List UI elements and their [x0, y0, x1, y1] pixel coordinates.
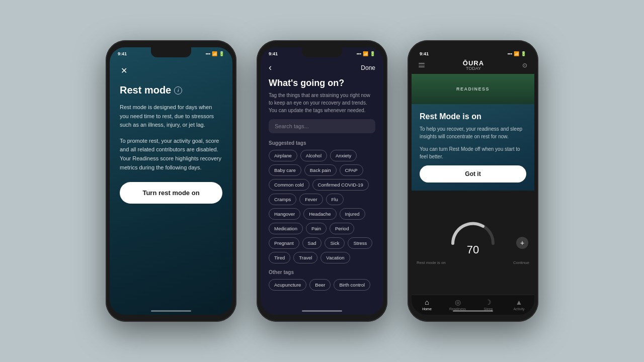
nav-item-sleep[interactable]: ☽Sleep	[473, 298, 504, 311]
tags-title: What's going on?	[261, 78, 383, 92]
phone-3-screen: 9:41 ▪▪▪ 📶 🔋 ŌURA TODAY ⊙ READINESS	[412, 47, 534, 315]
rest-mode-desc2: To promote rest, your activity goal, sco…	[120, 137, 222, 172]
time-2: 9:41	[269, 51, 278, 56]
tag-chip[interactable]: Acupuncture	[269, 279, 306, 291]
battery-icon-2: 🔋	[370, 51, 375, 56]
tag-chip[interactable]: Airplane	[269, 150, 297, 161]
turn-rest-mode-on-button[interactable]: Turn rest mode on	[120, 182, 222, 204]
rest-mode-title: Rest mode i	[120, 84, 222, 96]
other-tags-title: Other tags	[269, 269, 375, 275]
tag-chip[interactable]: Stress	[348, 237, 372, 249]
back-button[interactable]: ‹	[269, 62, 272, 73]
phone-1: 9:41 ▪▪▪ 📶 🔋 ✕ Rest mode i Rest mode is …	[106, 40, 236, 322]
today-label: TODAY	[463, 66, 484, 71]
tag-chip[interactable]: Sick	[325, 237, 345, 249]
tag-chip[interactable]: Flu	[326, 194, 344, 205]
score-area: 70 + Rest mode is on Continue	[412, 191, 534, 295]
settings-icon[interactable]: ⊙	[522, 62, 527, 69]
status-icons-2: ▪▪▪ 📶 🔋	[356, 51, 375, 56]
nav-item-activity[interactable]: ▲Activity	[504, 298, 534, 311]
tag-chip[interactable]: Anxiety	[330, 150, 357, 161]
tag-chip[interactable]: Headache	[303, 208, 336, 220]
nav-item-readiness[interactable]: ◎Readiness	[442, 298, 473, 311]
phone1-content: Rest mode i Rest mode is designed for da…	[110, 80, 232, 315]
tag-chip[interactable]: Tired	[269, 252, 290, 263]
phone-notch-3	[453, 47, 493, 57]
suggested-tags-grid: AirplaneAlcoholAnxietyBaby careBack pain…	[269, 150, 375, 263]
status-icons-1: ▪▪▪ 📶 🔋	[205, 51, 224, 56]
rest-mode-card: Rest Mode is on To help you recover, you…	[412, 104, 534, 191]
nav-label-home: Home	[422, 307, 432, 311]
signal-icon-3: ▪▪▪	[507, 51, 512, 56]
phone-notch-2	[302, 47, 342, 57]
tag-chip[interactable]: Pain	[306, 223, 327, 234]
readiness-label: READINESS	[456, 86, 490, 92]
tags-desc: Tag the things that are straining you ri…	[261, 92, 383, 119]
nav-item-home[interactable]: ⌂Home	[412, 298, 442, 311]
phone-2-screen: 9:41 ▪▪▪ 📶 🔋 ‹ Done What's going on? Tag…	[261, 47, 383, 315]
readiness-score: 70	[467, 243, 479, 256]
other-tags-grid: AcupunctureBeerBirth control	[269, 279, 375, 291]
close-button[interactable]: ✕	[118, 64, 130, 76]
tag-chip[interactable]: Period	[330, 223, 354, 234]
tag-chip[interactable]: Confirmed COVID-19	[312, 179, 369, 191]
tag-chip[interactable]: Sad	[302, 237, 322, 249]
info-icon[interactable]: i	[174, 86, 182, 95]
time-1: 9:41	[118, 51, 127, 56]
wifi-icon: 📶	[212, 51, 217, 56]
tags-scroll-area[interactable]: Suggested tags AirplaneAlcoholAnxietyBab…	[261, 138, 383, 315]
tag-chip[interactable]: Baby care	[269, 164, 301, 176]
tag-chip[interactable]: Vacation	[320, 252, 350, 263]
phone2-header: ‹ Done	[261, 58, 383, 78]
nav-icon-home: ⌂	[425, 298, 429, 306]
tag-chip[interactable]: Travel	[293, 252, 317, 263]
tag-chip[interactable]: Birth control	[334, 279, 370, 291]
phone-1-screen: 9:41 ▪▪▪ 📶 🔋 ✕ Rest mode i Rest mode is …	[110, 47, 232, 315]
tag-chip[interactable]: Medication	[269, 223, 303, 234]
signal-icon: ▪▪▪	[205, 51, 210, 56]
plus-button[interactable]: +	[516, 237, 528, 249]
tag-chip[interactable]: CPAP	[340, 164, 363, 176]
tag-chip[interactable]: Fever	[299, 194, 323, 205]
battery-icon-3: 🔋	[521, 51, 526, 56]
phone3-top-bar: ŌURA TODAY ⊙	[412, 58, 534, 74]
tag-chip[interactable]: Alcohol	[300, 150, 327, 161]
wifi-icon-3: 📶	[514, 51, 519, 56]
continue-label[interactable]: Continue	[513, 260, 529, 265]
tags-search-input[interactable]: Search tags...	[269, 119, 375, 133]
tag-chip[interactable]: Back pain	[304, 164, 337, 176]
phone-2: 9:41 ▪▪▪ 📶 🔋 ‹ Done What's going on? Tag…	[257, 40, 387, 322]
suggested-tags-title: Suggested tags	[269, 140, 375, 146]
nav-icon-sleep: ☽	[485, 298, 492, 306]
signal-icon-2: ▪▪▪	[356, 51, 361, 56]
readiness-banner: READINESS	[412, 74, 534, 104]
score-arc-svg	[448, 218, 498, 246]
got-it-button[interactable]: Got it	[420, 165, 526, 183]
phone-notch	[151, 47, 191, 57]
tag-chip[interactable]: Cramps	[269, 194, 296, 205]
nav-icon-activity: ▲	[516, 298, 523, 306]
time-3: 9:41	[420, 51, 429, 56]
status-icons-3: ▪▪▪ 📶 🔋	[507, 51, 526, 56]
rest-on-desc2: You can turn Rest Mode off when you star…	[420, 145, 526, 160]
home-indicator-2	[302, 310, 342, 312]
phone-3: 9:41 ▪▪▪ 📶 🔋 ŌURA TODAY ⊙ READINESS	[408, 40, 538, 322]
tag-chip[interactable]: Pregnant	[269, 237, 299, 249]
nav-label-activity: Activity	[513, 307, 524, 311]
tag-chip[interactable]: Beer	[309, 279, 331, 291]
nav-icon-readiness: ◎	[455, 298, 461, 306]
tag-chip[interactable]: Hangover	[269, 208, 300, 220]
rest-on-desc1: To help you recover, your readiness and …	[420, 125, 526, 140]
phone1-header: ✕	[110, 58, 232, 80]
menu-icon[interactable]	[419, 61, 425, 69]
home-indicator-1	[151, 310, 191, 312]
rest-mode-status-label: Rest mode is on	[417, 260, 446, 265]
home-indicator-3	[453, 310, 493, 312]
rest-mode-desc1: Rest mode is designed for days when you …	[120, 103, 222, 130]
tag-chip[interactable]: Common cold	[269, 179, 309, 191]
bottom-nav: ⌂Home◎Readiness☽Sleep▲Activity	[412, 295, 534, 315]
tag-chip[interactable]: Injured	[340, 208, 365, 220]
battery-icon: 🔋	[219, 51, 224, 56]
done-button[interactable]: Done	[361, 64, 375, 71]
rest-on-title: Rest Mode is on	[420, 112, 526, 121]
